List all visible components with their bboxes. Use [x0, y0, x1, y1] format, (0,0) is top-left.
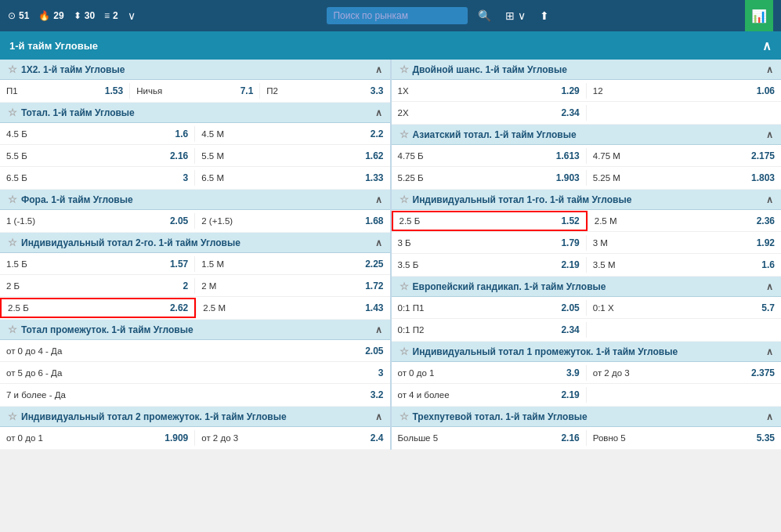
odds-cell[interactable]: 2Х 2.34: [392, 104, 586, 121]
odds-label: от 0 до 4 - Да: [6, 346, 360, 356]
odds-cell[interactable]: 4.5 Б 1.6: [0, 125, 194, 143]
odds-cell[interactable]: от 0 до 1 1.909: [0, 429, 194, 447]
green-action-button[interactable]: 📊: [745, 0, 773, 31]
odds-cell-empty: [587, 110, 781, 116]
star-icon-fora[interactable]: ☆: [8, 194, 17, 205]
odds-cell[interactable]: 2.5 М 2.36: [588, 212, 781, 230]
star-icon-double-chance[interactable]: ☆: [400, 63, 409, 75]
odds-cell[interactable]: Ровно 5 5.35: [587, 429, 781, 447]
odds-cell[interactable]: 2 (+1.5) 1.68: [195, 212, 389, 230]
star-icon-asian-total[interactable]: ☆: [400, 128, 409, 140]
section-body-ind-total-2-interval: от 0 до 1 1.909 от 2 до 3 2.4: [0, 427, 390, 449]
collapse-icon-1x2[interactable]: ∧: [375, 64, 382, 75]
star-icon-ind-total-2[interactable]: ☆: [8, 237, 17, 248]
title-chevron-icon[interactable]: ∧: [762, 38, 772, 53]
section-body-total-interval: от 0 до 4 - Да 2.05 от 5 до 6 - Да 3 7 и…: [0, 340, 390, 406]
odds-cell[interactable]: 1.5 М 2.25: [195, 255, 389, 273]
odds-cell[interactable]: 1.5 Б 1.57: [0, 255, 194, 273]
odds-label: 12: [593, 86, 752, 96]
odds-cell[interactable]: П2 3.3: [260, 82, 389, 100]
odds-cell[interactable]: 5.25 М 1.803: [587, 169, 781, 186]
odds-row: от 0 до 1 1.909 от 2 до 3 2.4: [0, 427, 390, 449]
odds-cell[interactable]: 3 М 1.92: [587, 234, 781, 252]
odds-cell[interactable]: 1 (-1.5) 2.05: [0, 212, 194, 230]
star-icon-total[interactable]: ☆: [8, 107, 17, 118]
odds-cell[interactable]: 3.5 Б 2.19: [392, 256, 586, 273]
odds-cell[interactable]: 5.5 М 1.62: [195, 147, 389, 165]
odds-cell[interactable]: 3.5 М 1.6: [587, 256, 781, 273]
odds-cell[interactable]: 3 Б 1.79: [392, 234, 586, 252]
odds-cell[interactable]: 5.5 Б 2.16: [0, 147, 194, 165]
highlighted-odds-cell-right[interactable]: 2.5 Б 1.52: [392, 211, 588, 231]
odds-cell[interactable]: 0:1 П2 2.34: [392, 321, 586, 338]
odds-cell[interactable]: Больше 5 2.16: [392, 429, 586, 447]
odds-cell[interactable]: 4.5 М 2.2: [195, 125, 389, 143]
star-icon-ind-total-1-interval[interactable]: ☆: [400, 346, 409, 357]
collapse-icon-ind-total-2-interval[interactable]: ∧: [375, 411, 382, 422]
odds-cell[interactable]: 6.5 М 1.33: [195, 169, 389, 186]
collapse-icon-asian-total[interactable]: ∧: [766, 129, 773, 140]
collapse-icon-ind-total-2[interactable]: ∧: [375, 237, 382, 248]
odds-cell[interactable]: П1 1.53: [0, 82, 129, 100]
odds-cell[interactable]: 6.5 Б 3: [0, 169, 194, 186]
star-icon-total-interval[interactable]: ☆: [8, 324, 17, 335]
odds-cell[interactable]: от 4 и более 2.19: [392, 386, 586, 404]
highlighted-odds-cell-left[interactable]: 2.5 Б 2.62: [0, 298, 196, 318]
filter-icon[interactable]: ∨: [128, 9, 136, 22]
odds-cell[interactable]: 7 и более - Да 3.2: [0, 386, 390, 404]
star-icon-1x2[interactable]: ☆: [8, 63, 17, 75]
star-icon-ind-total-2-interval[interactable]: ☆: [8, 411, 17, 422]
odds-value: 1.57: [170, 259, 188, 270]
search-button[interactable]: 🔍: [474, 8, 495, 24]
title-bar: 1-й тайм Угловые ∧: [0, 31, 781, 60]
section-title-double-chance: Двойной шанс. 1-й тайм Угловые: [413, 64, 567, 75]
star-icon-euro-handicap[interactable]: ☆: [400, 280, 409, 292]
odds-cell[interactable]: от 2 до 3 2.4: [195, 429, 389, 447]
odds-cell[interactable]: Ничья 7.1: [130, 82, 259, 100]
odds-value: 1.909: [165, 432, 188, 443]
search-input[interactable]: [327, 7, 468, 24]
section-body-ind-total-1: 2.5 Б 1.52 2.5 М 2.36 3 Б 1.79: [392, 210, 782, 276]
odds-label: 2Х: [398, 108, 557, 118]
collapse-icon-fora[interactable]: ∧: [375, 194, 382, 205]
odds-label: 4.75 М: [593, 151, 747, 161]
section-body-euro-handicap: 0:1 П1 2.05 0:1 Х 5.7 0:1 П2 2.34: [392, 297, 782, 341]
odds-value: 1.6: [175, 128, 189, 139]
settings-button[interactable]: ⬆: [536, 8, 553, 24]
odds-value: 2.19: [561, 259, 579, 270]
collapse-icon-three-way-total[interactable]: ∧: [766, 411, 773, 422]
odds-value: 2.2: [371, 128, 384, 139]
odds-cell[interactable]: от 0 до 1 3.9: [392, 364, 586, 382]
odds-label: 2.5 Б: [8, 303, 165, 313]
odds-cell[interactable]: 2.5 М 1.43: [197, 299, 389, 317]
star-icon-ind-total-1[interactable]: ☆: [400, 194, 409, 205]
collapse-icon-total[interactable]: ∧: [375, 107, 382, 118]
section-body-ind-total-2: 1.5 Б 1.57 1.5 М 2.25 2 Б 2: [0, 253, 390, 319]
odds-label: Больше 5: [398, 433, 557, 443]
odds-cell[interactable]: 4.75 Б 1.613: [392, 147, 586, 165]
collapse-icon-double-chance[interactable]: ∧: [766, 64, 773, 75]
odds-row: 3 Б 1.79 3 М 1.92: [392, 232, 782, 254]
odds-cell[interactable]: от 5 до 6 - Да 3: [0, 364, 390, 382]
section-three-way-total: ☆ Трехпутевой тотал. 1-й тайм Угловые ∧ …: [392, 407, 782, 449]
section-title-asian-total: Азиатский тотал. 1-й тайм Угловые: [413, 129, 577, 140]
collapse-icon-ind-total-1-interval[interactable]: ∧: [766, 346, 773, 357]
collapse-icon-euro-handicap[interactable]: ∧: [766, 281, 773, 292]
odds-cell[interactable]: 4.75 М 2.175: [587, 147, 781, 165]
odds-cell[interactable]: 0:1 П1 2.05: [392, 299, 586, 317]
odds-cell[interactable]: 0:1 Х 5.7: [587, 299, 781, 317]
collapse-icon-ind-total-1[interactable]: ∧: [766, 194, 773, 205]
odds-cell[interactable]: 5.25 Б 1.903: [392, 169, 586, 186]
odds-label: 3 Б: [398, 238, 557, 248]
odds-cell[interactable]: 12 1.06: [587, 82, 781, 100]
odds-cell[interactable]: от 0 до 4 - Да 2.05: [0, 342, 390, 360]
collapse-icon-total-interval[interactable]: ∧: [375, 324, 382, 335]
odds-row: 1.5 Б 1.57 1.5 М 2.25: [0, 253, 390, 275]
odds-value: 3: [378, 367, 384, 378]
odds-cell[interactable]: 2 Б 2: [0, 277, 194, 295]
odds-cell[interactable]: 1Х 1.29: [392, 82, 586, 100]
layout-button[interactable]: ⊞ ∨: [501, 8, 530, 24]
odds-cell[interactable]: 2 М 1.72: [195, 277, 389, 295]
star-icon-three-way-total[interactable]: ☆: [400, 411, 409, 422]
odds-cell[interactable]: от 2 до 3 2.375: [587, 364, 781, 382]
